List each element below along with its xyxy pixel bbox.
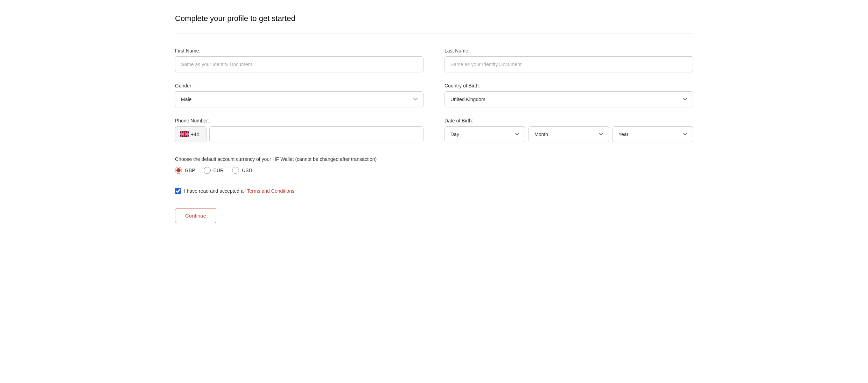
page-title: Complete your profile to get started bbox=[175, 14, 693, 23]
terms-static-text: I have read and accepted all bbox=[184, 188, 247, 194]
currency-description: Choose the default account currency of y… bbox=[175, 156, 693, 162]
phone-prefix-display[interactable]: +44 bbox=[175, 126, 206, 142]
dob-label: Date of Birth: bbox=[444, 118, 693, 123]
currency-section: Choose the default account currency of y… bbox=[175, 156, 693, 174]
currency-gbp-option[interactable]: GBP bbox=[175, 167, 195, 174]
first-name-group: First Name: bbox=[175, 48, 424, 72]
phone-input-group: +44 bbox=[175, 126, 424, 142]
currency-eur-label: EUR bbox=[214, 168, 224, 173]
terms-text: I have read and accepted all Terms and C… bbox=[184, 188, 294, 194]
currency-eur-option[interactable]: EUR bbox=[204, 167, 224, 174]
currency-gbp-radio[interactable] bbox=[175, 167, 182, 174]
first-name-label: First Name: bbox=[175, 48, 424, 54]
terms-section: I have read and accepted all Terms and C… bbox=[175, 188, 693, 194]
dob-selects: Day for(let i=1;i<=31;i++) document.writ… bbox=[444, 126, 693, 142]
terms-conditions-link[interactable]: Terms and Conditions bbox=[247, 188, 294, 194]
phone-number-input[interactable] bbox=[209, 126, 424, 142]
gender-group: Gender: Male Female Other bbox=[175, 83, 424, 107]
phone-label: Phone Number: bbox=[175, 118, 424, 123]
currency-usd-label: USD bbox=[242, 168, 252, 173]
dob-month-select[interactable]: Month January February March April May J… bbox=[528, 126, 609, 142]
phone-group: Phone Number: +44 bbox=[175, 118, 424, 142]
continue-section: Continue bbox=[175, 208, 693, 223]
country-group: Country of Birth: United Kingdom United … bbox=[444, 83, 693, 107]
gender-select[interactable]: Male Female Other bbox=[175, 91, 424, 107]
uk-flag-icon bbox=[180, 131, 189, 138]
country-label: Country of Birth: bbox=[444, 83, 693, 88]
gender-label: Gender: bbox=[175, 83, 424, 88]
currency-usd-radio[interactable] bbox=[232, 167, 239, 174]
currency-eur-radio[interactable] bbox=[204, 167, 211, 174]
phone-country-code: +44 bbox=[191, 132, 199, 137]
last-name-label: Last Name: bbox=[444, 48, 693, 54]
terms-checkbox[interactable] bbox=[175, 188, 181, 194]
currency-gbp-label: GBP bbox=[185, 168, 195, 173]
continue-button[interactable]: Continue bbox=[175, 208, 216, 223]
last-name-group: Last Name: bbox=[444, 48, 693, 72]
dob-group: Date of Birth: Day for(let i=1;i<=31;i++… bbox=[444, 118, 693, 142]
divider bbox=[175, 34, 693, 34]
first-name-input[interactable] bbox=[175, 56, 424, 72]
dob-year-select[interactable]: Year for(let y=2024;y>=1920;y--) documen… bbox=[612, 126, 693, 142]
dob-day-select[interactable]: Day for(let i=1;i<=31;i++) document.writ… bbox=[444, 126, 525, 142]
last-name-input[interactable] bbox=[444, 56, 693, 72]
currency-usd-option[interactable]: USD bbox=[232, 167, 252, 174]
country-select[interactable]: United Kingdom United States Germany Fra… bbox=[444, 91, 693, 107]
currency-options: GBP EUR USD bbox=[175, 167, 693, 174]
